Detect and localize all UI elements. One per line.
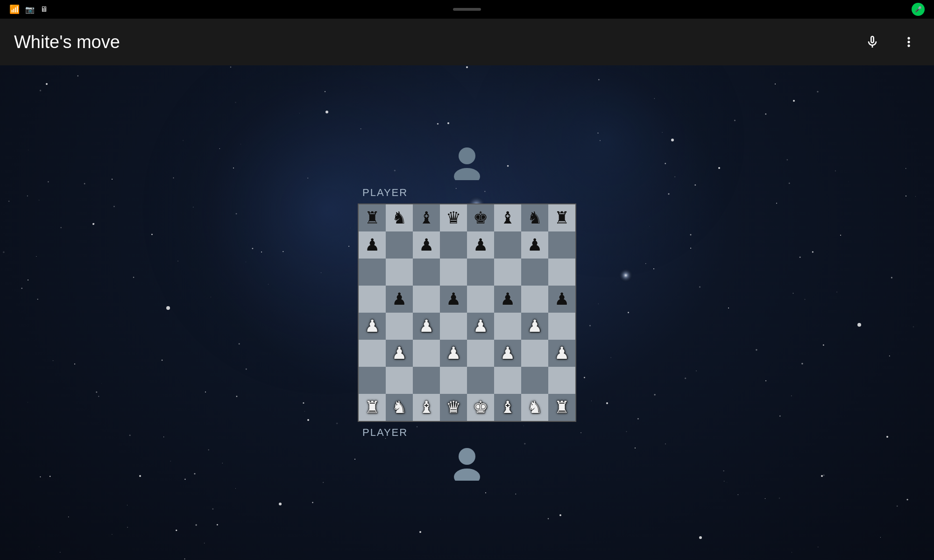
chess-cell[interactable]: ♚ [467, 204, 494, 231]
chess-cell[interactable] [548, 313, 575, 340]
chess-cell[interactable] [494, 259, 521, 286]
chess-cell[interactable]: ♞ [386, 204, 413, 231]
chess-cell[interactable]: ♟ [440, 340, 467, 367]
chess-cell[interactable] [467, 259, 494, 286]
chess-cell[interactable] [440, 259, 467, 286]
chess-cell[interactable] [440, 231, 467, 259]
piece-wp-r5c5: ♟ [500, 343, 515, 363]
chess-cell[interactable]: ♟ [494, 286, 521, 313]
piece-bp-r3c1: ♟ [392, 289, 407, 309]
top-player-avatar [448, 143, 486, 182]
chess-cell[interactable]: ♞ [386, 394, 413, 421]
chess-cell[interactable] [359, 286, 386, 313]
chess-cell[interactable] [386, 231, 413, 259]
chess-cell[interactable] [386, 259, 413, 286]
piece-wq-r7c3: ♛ [446, 398, 461, 417]
chess-cell[interactable]: ♟ [467, 231, 494, 259]
piece-br-r0c7: ♜ [554, 208, 569, 228]
chess-cell[interactable] [521, 259, 548, 286]
microphone-button[interactable] [861, 31, 884, 53]
chess-cell[interactable] [521, 286, 548, 313]
status-bar-right: 🎤 [912, 3, 925, 16]
chess-cell[interactable] [359, 259, 386, 286]
chess-board[interactable]: ♜♞♝♛♚♝♞♜♟♟♟♟♟♟♟♟♟♟♟♟♟♟♟♟♜♞♝♛♚♝♞♜ [358, 203, 576, 422]
chess-cell[interactable]: ♟ [521, 231, 548, 259]
camera-icon: 📷 [25, 5, 35, 14]
piece-wp-r5c3: ♟ [446, 343, 461, 363]
chess-cell[interactable]: ♜ [359, 204, 386, 231]
piece-wp-r5c7: ♟ [554, 343, 569, 363]
chess-cell[interactable]: ♟ [359, 313, 386, 340]
chess-cell[interactable] [494, 367, 521, 394]
chess-cell[interactable]: ♛ [440, 204, 467, 231]
chess-cell[interactable]: ♟ [386, 340, 413, 367]
status-bar-center [453, 8, 481, 11]
chess-cell[interactable]: ♝ [413, 394, 440, 421]
chess-cell[interactable]: ♟ [413, 313, 440, 340]
status-bar-left: 📶 📷 🖥 [9, 4, 48, 14]
piece-bk-r0c4: ♚ [473, 208, 488, 228]
more-options-button[interactable] [898, 31, 920, 53]
piece-bp-r1c2: ♟ [419, 235, 434, 255]
chess-cell[interactable] [548, 231, 575, 259]
chess-cell[interactable] [413, 286, 440, 313]
chess-cell[interactable]: ♟ [440, 286, 467, 313]
chess-cell[interactable] [467, 286, 494, 313]
chess-cell[interactable]: ♟ [413, 231, 440, 259]
piece-wp-r4c0: ♟ [365, 316, 380, 336]
chess-cell[interactable] [413, 340, 440, 367]
game-area: PLAYER ♜♞♝♛♚♝♞♜♟♟♟♟♟♟♟♟♟♟♟♟♟♟♟♟♜♞♝♛♚♝♞♜ … [0, 65, 934, 560]
chess-cell[interactable]: ♞ [521, 204, 548, 231]
chess-cell[interactable] [413, 259, 440, 286]
status-bar: 📶 📷 🖥 🎤 [0, 0, 934, 19]
toolbar: White's move [0, 19, 934, 65]
piece-wb-r7c2: ♝ [419, 398, 434, 417]
piece-bb-r0c2: ♝ [419, 208, 434, 228]
board-wrapper: PLAYER ♜♞♝♛♚♝♞♜♟♟♟♟♟♟♟♟♟♟♟♟♟♟♟♟♜♞♝♛♚♝♞♜ … [358, 187, 576, 439]
svg-point-1 [454, 168, 480, 180]
piece-bp-r1c6: ♟ [527, 235, 542, 255]
chess-cell[interactable]: ♟ [467, 313, 494, 340]
chess-cell[interactable] [359, 340, 386, 367]
chess-cell[interactable]: ♝ [494, 394, 521, 421]
top-player-label: PLAYER [362, 187, 408, 199]
chess-cell[interactable] [494, 231, 521, 259]
chess-cell[interactable]: ♝ [494, 204, 521, 231]
chess-cell[interactable] [494, 313, 521, 340]
chess-cell[interactable] [521, 367, 548, 394]
chess-cell[interactable]: ♞ [521, 394, 548, 421]
chess-cell[interactable]: ♟ [521, 313, 548, 340]
chess-cell[interactable]: ♜ [359, 394, 386, 421]
chess-cell[interactable] [413, 367, 440, 394]
chess-cell[interactable]: ♝ [413, 204, 440, 231]
chess-cell[interactable] [521, 340, 548, 367]
mic-status-indicator: 🎤 [912, 3, 925, 16]
piece-wr-r7c0: ♜ [365, 398, 380, 417]
chess-cell[interactable]: ♟ [548, 340, 575, 367]
piece-wp-r4c6: ♟ [527, 316, 542, 336]
cast-icon: 🖥 [40, 5, 48, 14]
chess-cell[interactable]: ♟ [386, 286, 413, 313]
chess-cell[interactable]: ♛ [440, 394, 467, 421]
chess-cell[interactable] [548, 259, 575, 286]
chess-cell[interactable] [440, 367, 467, 394]
piece-bp-r1c0: ♟ [365, 235, 380, 255]
chess-cell[interactable] [386, 367, 413, 394]
chess-cell[interactable] [440, 313, 467, 340]
piece-bp-r1c4: ♟ [473, 235, 488, 255]
pill-indicator [453, 8, 481, 11]
piece-wp-r4c4: ♟ [473, 316, 488, 336]
chess-cell[interactable]: ♚ [467, 394, 494, 421]
chess-cell[interactable] [386, 313, 413, 340]
chess-cell[interactable] [359, 367, 386, 394]
chess-cell[interactable]: ♟ [359, 231, 386, 259]
piece-bq-r0c3: ♛ [446, 208, 461, 228]
piece-wk-r7c4: ♚ [473, 398, 488, 417]
chess-cell[interactable] [548, 367, 575, 394]
chess-cell[interactable]: ♜ [548, 204, 575, 231]
chess-cell[interactable] [467, 367, 494, 394]
chess-cell[interactable]: ♟ [494, 340, 521, 367]
chess-cell[interactable] [467, 340, 494, 367]
chess-cell[interactable]: ♟ [548, 286, 575, 313]
chess-cell[interactable]: ♜ [548, 394, 575, 421]
